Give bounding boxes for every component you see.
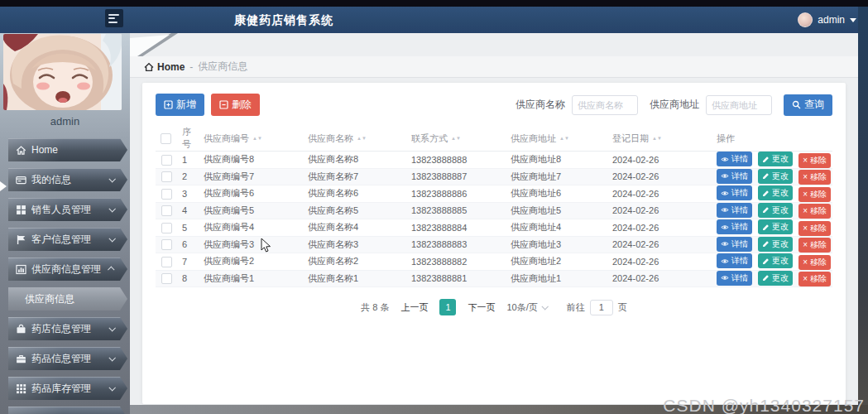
cell-date: 2024-02-26: [607, 168, 712, 185]
chevron-down-icon: [108, 235, 115, 242]
row-checkbox[interactable]: [161, 257, 172, 267]
column-header-address[interactable]: 供应商地址▲▼: [506, 126, 607, 152]
sidebar-item[interactable]: Home: [8, 138, 127, 161]
edit-icon: [762, 258, 770, 265]
detail-button[interactable]: 详情: [717, 219, 752, 234]
cell-name: 供应商名称2: [303, 253, 406, 271]
shop-icon: [16, 324, 26, 335]
chevron-down-icon: [108, 176, 115, 182]
select-all-checkbox[interactable]: [161, 133, 171, 144]
user-menu[interactable]: admin: [798, 7, 856, 33]
cell-index: 7: [177, 253, 199, 271]
modify-button[interactable]: 更改: [758, 185, 793, 200]
close-icon: ×: [803, 156, 808, 165]
sort-icon[interactable]: ▲▼: [252, 137, 262, 141]
table-row: 5 供应商编号4 供应商名称4 13823888884 供应商地址4 2024-…: [156, 219, 832, 237]
table-body: 1 供应商编号8 供应商名称8 13823888888 供应商地址8 2024-…: [156, 152, 832, 287]
row-checkbox[interactable]: [161, 205, 172, 216]
modify-button[interactable]: 更改: [758, 237, 793, 252]
remove-button[interactable]: × 移除: [798, 238, 831, 253]
breadcrumb-home-label: Home: [157, 61, 185, 73]
remove-button[interactable]: × 移除: [798, 204, 831, 219]
sidebar-subitem-active[interactable]: 供应商信息: [8, 287, 127, 310]
next-page-button[interactable]: 下一页: [468, 301, 495, 314]
row-checkbox[interactable]: [161, 171, 172, 182]
cell-date: 2024-02-26: [607, 253, 712, 271]
modify-button[interactable]: 更改: [758, 271, 793, 286]
app-window: 康健药店销售系统 admin admin: [0, 0, 868, 414]
sidebar-toggle-button[interactable]: [105, 9, 123, 27]
column-header-date[interactable]: 登记日期▲▼: [607, 126, 712, 152]
prev-page-button[interactable]: 上一页: [400, 301, 428, 314]
supplier-name-input[interactable]: [572, 95, 638, 115]
row-checkbox[interactable]: [161, 239, 172, 250]
cell-code: 供应商编号7: [199, 168, 303, 185]
add-button[interactable]: 新增: [156, 94, 204, 116]
sort-icon[interactable]: ▲▼: [652, 137, 662, 141]
modify-button[interactable]: 更改: [758, 203, 793, 218]
close-icon: ×: [803, 241, 808, 249]
id-card-icon: [16, 175, 26, 185]
remove-button[interactable]: × 移除: [798, 272, 831, 286]
breadcrumb-home-link[interactable]: Home: [144, 61, 185, 73]
modify-button[interactable]: 更改: [758, 219, 793, 234]
detail-button[interactable]: 详情: [717, 185, 752, 200]
remove-button[interactable]: × 移除: [798, 187, 831, 202]
remove-button[interactable]: × 移除: [798, 170, 831, 185]
detail-button[interactable]: 详情: [717, 152, 752, 166]
column-header-name[interactable]: 供应商名称▲▼: [303, 126, 406, 152]
cell-date: 2024-02-26: [607, 219, 712, 237]
table-header-row: 序号 供应商编号▲▼ 供应商名称▲▼ 联系方式▲▼ 供应商地址▲▼ 登记日期▲▼…: [156, 126, 832, 152]
eye-icon: [721, 206, 729, 214]
supplier-address-input[interactable]: [706, 95, 772, 115]
sidebar-item[interactable]: 药品信息管理: [8, 347, 127, 370]
window-right-edge: [858, 7, 868, 414]
search-bar: 供应商名称 供应商地址 查询: [516, 94, 832, 116]
sidebar-item[interactable]: 销售人员管理: [8, 198, 127, 221]
detail-button[interactable]: 详情: [717, 253, 752, 268]
sort-icon[interactable]: ▲▼: [559, 137, 569, 141]
chart-icon: [16, 264, 26, 275]
eye-icon: [721, 240, 729, 248]
detail-button[interactable]: 详情: [717, 237, 752, 252]
user-name: admin: [818, 14, 845, 26]
column-header-code[interactable]: 供应商编号▲▼: [199, 126, 303, 152]
goto-page-input[interactable]: [590, 300, 613, 315]
sidebar-item[interactable]: 药店信息管理: [8, 317, 127, 340]
sidebar-item[interactable]: 药品库存管理: [8, 377, 127, 400]
cell-address: 供应商地址2: [506, 253, 607, 271]
row-checkbox[interactable]: [161, 155, 172, 166]
breadcrumb-separator: -: [189, 61, 193, 73]
sidebar-item[interactable]: 供应商信息管理: [8, 258, 127, 281]
remove-button[interactable]: × 移除: [798, 255, 831, 270]
row-checkbox[interactable]: [161, 189, 172, 200]
cell-phone: 13823888881: [406, 270, 506, 287]
modify-button[interactable]: 更改: [758, 253, 793, 268]
goto-label: 前往: [567, 301, 585, 314]
sort-icon[interactable]: ▲▼: [357, 137, 367, 141]
sidebar-item[interactable]: [8, 407, 127, 414]
sidebar-item[interactable]: 我的信息: [8, 168, 127, 191]
modify-button[interactable]: 更改: [758, 169, 793, 184]
sort-icon[interactable]: ▲▼: [451, 137, 461, 141]
row-checkbox[interactable]: [161, 223, 172, 233]
remove-button[interactable]: × 移除: [798, 221, 831, 236]
row-checkbox[interactable]: [161, 273, 172, 284]
column-header-index: 序号: [177, 126, 199, 152]
page-number-button[interactable]: 1: [439, 299, 456, 315]
goto-unit: 页: [618, 301, 627, 314]
minus-square-icon: [219, 100, 228, 109]
detail-button[interactable]: 详情: [717, 169, 752, 184]
detail-button[interactable]: 详情: [717, 203, 752, 218]
remove-button[interactable]: × 移除: [798, 153, 831, 168]
modify-button[interactable]: 更改: [758, 152, 793, 166]
close-icon: ×: [803, 190, 808, 199]
toolbar: 新增 删除 供应商名称 供应商地址: [142, 83, 846, 116]
search-button[interactable]: 查询: [784, 94, 832, 116]
detail-button[interactable]: 详情: [717, 271, 752, 286]
delete-button[interactable]: 删除: [211, 94, 260, 116]
sidebar-item[interactable]: 客户信息管理: [8, 228, 127, 251]
column-header-phone[interactable]: 联系方式▲▼: [406, 126, 506, 152]
chevron-down-icon: [108, 354, 115, 361]
page-size-select[interactable]: 10条/页: [506, 301, 546, 314]
